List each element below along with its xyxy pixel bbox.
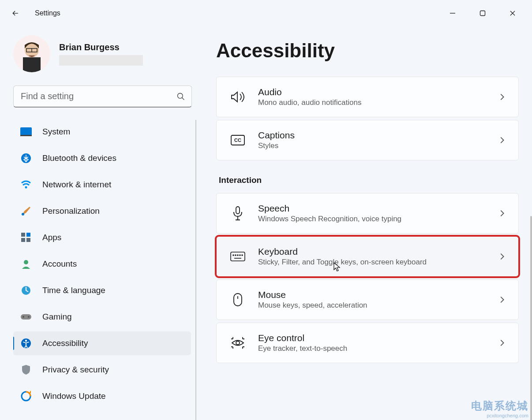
nav-label: Windows Update bbox=[42, 391, 106, 401]
svg-rect-36 bbox=[234, 294, 242, 306]
card-keyboard[interactable]: Keyboard Sticky, Filter, and Toggle keys… bbox=[216, 236, 519, 277]
gamepad-icon bbox=[20, 311, 32, 323]
svg-point-21 bbox=[22, 316, 24, 318]
svg-rect-28 bbox=[236, 207, 240, 214]
nav-gaming[interactable]: Gaming bbox=[13, 305, 191, 329]
nav-system[interactable]: System bbox=[13, 120, 191, 144]
minimize-button[interactable] bbox=[440, 4, 465, 22]
card-subtitle: Eye tracker, text-to-speech bbox=[258, 344, 497, 353]
nav-apps[interactable]: Apps bbox=[13, 226, 191, 249]
svg-point-33 bbox=[240, 255, 240, 256]
mouse-icon bbox=[228, 290, 247, 309]
bluetooth-icon bbox=[20, 152, 32, 164]
minimize-icon bbox=[450, 10, 456, 16]
close-icon bbox=[510, 10, 516, 16]
chevron-right-icon bbox=[497, 92, 507, 102]
card-captions[interactable]: CC Captions Styles bbox=[216, 120, 519, 160]
nav-label: Personalization bbox=[42, 206, 100, 216]
nav-label: Apps bbox=[42, 233, 61, 242]
profile-email-redacted bbox=[59, 55, 143, 66]
system-icon bbox=[20, 126, 32, 138]
profile-name: Brian Burgess bbox=[59, 42, 143, 52]
titlebar: Settings bbox=[0, 0, 532, 26]
svg-point-32 bbox=[237, 255, 238, 256]
card-eye-control[interactable]: Eye control Eye tracker, text-to-speech bbox=[216, 323, 519, 363]
chevron-right-icon bbox=[497, 252, 507, 261]
nav-label: Time & language bbox=[42, 286, 105, 295]
svg-line-8 bbox=[182, 97, 184, 100]
svg-point-13 bbox=[22, 213, 24, 216]
search-input[interactable] bbox=[20, 91, 176, 102]
update-icon bbox=[20, 390, 32, 402]
app-title: Settings bbox=[35, 9, 60, 17]
nav-label: Privacy & security bbox=[42, 365, 109, 375]
nav-accessibility[interactable]: Accessibility bbox=[13, 331, 191, 355]
svg-text:CC: CC bbox=[234, 138, 241, 143]
keyboard-icon bbox=[228, 247, 247, 266]
chevron-right-icon bbox=[497, 135, 507, 145]
card-title: Mouse bbox=[258, 290, 497, 300]
shield-icon bbox=[20, 364, 32, 375]
nav-network[interactable]: Network & internet bbox=[13, 173, 191, 197]
chevron-right-icon bbox=[497, 338, 507, 348]
svg-rect-14 bbox=[21, 233, 25, 237]
nav-privacy[interactable]: Privacy & security bbox=[13, 358, 191, 382]
card-title: Audio bbox=[258, 87, 497, 97]
nav-label: Network & internet bbox=[42, 180, 111, 190]
nav-label: Accounts bbox=[42, 259, 77, 269]
nav-accounts[interactable]: Accounts bbox=[13, 252, 191, 276]
svg-point-31 bbox=[235, 255, 236, 256]
scrollbar[interactable] bbox=[530, 216, 532, 420]
card-title: Eye control bbox=[258, 333, 497, 343]
main-panel: Accessibility Audio Mono audio, audio no… bbox=[203, 26, 532, 420]
svg-point-22 bbox=[28, 316, 30, 318]
nav-bluetooth[interactable]: Bluetooth & devices bbox=[13, 146, 191, 170]
svg-point-38 bbox=[236, 341, 240, 345]
svg-rect-15 bbox=[26, 233, 30, 237]
chevron-right-icon bbox=[497, 208, 507, 218]
svg-rect-3 bbox=[23, 57, 41, 72]
nav-time-language[interactable]: Time & language bbox=[13, 279, 191, 302]
eye-icon bbox=[228, 333, 247, 353]
nav-label: Bluetooth & devices bbox=[42, 153, 116, 163]
card-audio[interactable]: Audio Mono audio, audio notifications bbox=[216, 77, 519, 117]
card-subtitle: Mono audio, audio notifications bbox=[258, 98, 497, 107]
microphone-icon bbox=[228, 204, 247, 223]
captions-icon: CC bbox=[228, 130, 247, 150]
nav-label: Accessibility bbox=[42, 338, 88, 348]
nav-label: System bbox=[42, 127, 70, 137]
accessibility-icon bbox=[20, 338, 32, 349]
nav-windows-update[interactable]: Windows Update bbox=[13, 384, 191, 408]
section-interaction-header: Interaction bbox=[219, 175, 519, 185]
nav-personalization[interactable]: Personalization bbox=[13, 199, 191, 223]
card-subtitle: Sticky, Filter, and Toggle keys, on-scre… bbox=[258, 258, 497, 267]
audio-icon bbox=[228, 87, 247, 107]
search-box[interactable] bbox=[13, 85, 192, 108]
wifi-icon bbox=[20, 179, 32, 190]
svg-point-7 bbox=[178, 93, 183, 98]
chevron-right-icon bbox=[497, 295, 507, 305]
back-button[interactable] bbox=[7, 4, 24, 22]
svg-rect-29 bbox=[231, 252, 245, 261]
svg-rect-10 bbox=[20, 135, 32, 136]
close-button[interactable] bbox=[500, 4, 525, 22]
svg-rect-1 bbox=[480, 11, 485, 16]
svg-rect-9 bbox=[20, 127, 32, 135]
nav-list[interactable]: System Bluetooth & devices Network & int… bbox=[13, 120, 196, 420]
svg-point-12 bbox=[25, 186, 27, 189]
search-icon bbox=[176, 92, 185, 101]
svg-point-34 bbox=[242, 255, 243, 256]
paintbrush-icon bbox=[20, 205, 32, 217]
page-title: Accessibility bbox=[216, 40, 519, 62]
back-arrow-icon bbox=[11, 9, 20, 18]
maximize-button[interactable] bbox=[470, 4, 495, 22]
window-controls bbox=[440, 4, 525, 22]
profile-block[interactable]: Brian Burgess bbox=[13, 35, 192, 72]
accounts-icon bbox=[20, 258, 32, 270]
svg-rect-20 bbox=[21, 314, 31, 320]
svg-rect-17 bbox=[26, 238, 30, 242]
card-speech[interactable]: Speech Windows Speech Recognition, voice… bbox=[216, 193, 519, 234]
svg-point-18 bbox=[24, 260, 28, 264]
svg-rect-16 bbox=[21, 238, 25, 242]
card-mouse[interactable]: Mouse Mouse keys, speed, acceleration bbox=[216, 279, 519, 320]
